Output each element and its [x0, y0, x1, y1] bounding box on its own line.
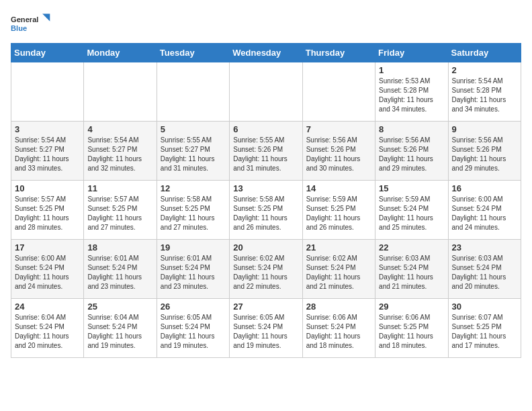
day-info: Sunrise: 6:00 AM Sunset: 5:24 PM Dayligh… — [452, 195, 517, 232]
day-info: Sunrise: 5:56 AM Sunset: 5:26 PM Dayligh… — [379, 136, 444, 173]
day-cell — [230, 62, 302, 122]
header-cell-tuesday: Tuesday — [157, 44, 229, 62]
day-cell: 15Sunrise: 5:59 AM Sunset: 5:24 PM Dayli… — [375, 181, 448, 240]
day-cell: 4Sunrise: 5:54 AM Sunset: 5:27 PM Daylig… — [84, 122, 157, 181]
header-cell-friday: Friday — [375, 44, 448, 62]
day-number: 13 — [233, 183, 298, 193]
day-info: Sunrise: 6:03 AM Sunset: 5:24 PM Dayligh… — [452, 254, 517, 291]
day-number: 11 — [87, 183, 152, 193]
day-number: 25 — [87, 302, 152, 312]
day-cell: 9Sunrise: 5:56 AM Sunset: 5:26 PM Daylig… — [448, 122, 521, 181]
day-cell: 16Sunrise: 6:00 AM Sunset: 5:24 PM Dayli… — [448, 181, 521, 240]
day-number: 6 — [233, 124, 298, 134]
logo: General Blue — [11, 11, 51, 38]
header-cell-wednesday: Wednesday — [230, 44, 302, 62]
day-number: 29 — [379, 302, 444, 312]
header-cell-thursday: Thursday — [302, 44, 375, 62]
day-cell — [84, 62, 157, 122]
day-cell: 11Sunrise: 5:57 AM Sunset: 5:25 PM Dayli… — [84, 181, 157, 240]
day-cell: 14Sunrise: 5:59 AM Sunset: 5:25 PM Dayli… — [302, 181, 375, 240]
day-cell: 13Sunrise: 5:58 AM Sunset: 5:25 PM Dayli… — [230, 181, 302, 240]
day-number: 30 — [452, 302, 517, 312]
day-number: 4 — [87, 124, 152, 134]
day-number: 21 — [306, 242, 371, 253]
day-info: Sunrise: 6:07 AM Sunset: 5:25 PM Dayligh… — [452, 313, 517, 351]
header-cell-saturday: Saturday — [448, 44, 521, 62]
header-cell-monday: Monday — [84, 44, 157, 62]
day-info: Sunrise: 5:55 AM Sunset: 5:26 PM Dayligh… — [233, 136, 298, 173]
header-row: SundayMondayTuesdayWednesdayThursdayFrid… — [11, 44, 521, 62]
day-info: Sunrise: 5:56 AM Sunset: 5:26 PM Dayligh… — [306, 136, 371, 173]
day-cell: 24Sunrise: 6:04 AM Sunset: 5:24 PM Dayli… — [11, 299, 84, 358]
svg-marker-2 — [42, 14, 50, 21]
day-info: Sunrise: 6:02 AM Sunset: 5:24 PM Dayligh… — [233, 254, 298, 291]
day-cell — [157, 62, 229, 122]
day-info: Sunrise: 5:54 AM Sunset: 5:27 PM Dayligh… — [87, 136, 152, 173]
day-number: 17 — [15, 242, 80, 253]
day-cell: 28Sunrise: 6:06 AM Sunset: 5:24 PM Dayli… — [302, 299, 375, 358]
svg-text:General: General — [11, 15, 38, 24]
day-info: Sunrise: 5:54 AM Sunset: 5:27 PM Dayligh… — [15, 136, 80, 173]
day-info: Sunrise: 5:58 AM Sunset: 5:25 PM Dayligh… — [161, 195, 226, 232]
day-info: Sunrise: 5:55 AM Sunset: 5:27 PM Dayligh… — [161, 136, 226, 173]
day-info: Sunrise: 6:01 AM Sunset: 5:24 PM Dayligh… — [87, 254, 152, 291]
week-row-4: 17Sunrise: 6:00 AM Sunset: 5:24 PM Dayli… — [11, 240, 521, 299]
day-info: Sunrise: 6:04 AM Sunset: 5:24 PM Dayligh… — [87, 313, 152, 351]
day-info: Sunrise: 5:54 AM Sunset: 5:28 PM Dayligh… — [452, 77, 517, 114]
day-cell: 7Sunrise: 5:56 AM Sunset: 5:26 PM Daylig… — [302, 122, 375, 181]
day-info: Sunrise: 6:06 AM Sunset: 5:25 PM Dayligh… — [379, 313, 444, 351]
day-cell — [11, 62, 84, 122]
day-cell: 29Sunrise: 6:06 AM Sunset: 5:25 PM Dayli… — [375, 299, 448, 358]
day-info: Sunrise: 6:01 AM Sunset: 5:24 PM Dayligh… — [161, 254, 226, 291]
day-number: 3 — [15, 124, 80, 134]
day-cell: 20Sunrise: 6:02 AM Sunset: 5:24 PM Dayli… — [230, 240, 302, 299]
week-row-3: 10Sunrise: 5:57 AM Sunset: 5:25 PM Dayli… — [11, 181, 521, 240]
day-cell: 2Sunrise: 5:54 AM Sunset: 5:28 PM Daylig… — [448, 62, 521, 122]
day-number: 20 — [233, 242, 298, 253]
day-info: Sunrise: 5:56 AM Sunset: 5:26 PM Dayligh… — [452, 136, 517, 173]
day-cell: 18Sunrise: 6:01 AM Sunset: 5:24 PM Dayli… — [84, 240, 157, 299]
day-cell: 21Sunrise: 6:02 AM Sunset: 5:24 PM Dayli… — [302, 240, 375, 299]
day-number: 19 — [161, 242, 226, 253]
day-number: 27 — [233, 302, 298, 312]
day-cell: 17Sunrise: 6:00 AM Sunset: 5:24 PM Dayli… — [11, 240, 84, 299]
day-info: Sunrise: 6:02 AM Sunset: 5:24 PM Dayligh… — [306, 254, 371, 291]
day-cell: 19Sunrise: 6:01 AM Sunset: 5:24 PM Dayli… — [157, 240, 229, 299]
day-number: 10 — [15, 183, 80, 193]
day-info: Sunrise: 5:58 AM Sunset: 5:25 PM Dayligh… — [233, 195, 298, 232]
day-cell: 30Sunrise: 6:07 AM Sunset: 5:25 PM Dayli… — [448, 299, 521, 358]
day-number: 26 — [161, 302, 226, 312]
day-info: Sunrise: 5:59 AM Sunset: 5:25 PM Dayligh… — [306, 195, 371, 232]
page-header: General Blue — [11, 11, 521, 38]
day-cell: 1Sunrise: 5:53 AM Sunset: 5:28 PM Daylig… — [375, 62, 448, 122]
day-info: Sunrise: 6:06 AM Sunset: 5:24 PM Dayligh… — [306, 313, 371, 351]
day-number: 16 — [452, 183, 517, 193]
day-number: 5 — [161, 124, 226, 134]
day-cell — [302, 62, 375, 122]
svg-text:Blue: Blue — [11, 24, 27, 32]
day-number: 1 — [379, 65, 444, 75]
day-number: 23 — [452, 242, 517, 253]
day-cell: 6Sunrise: 5:55 AM Sunset: 5:26 PM Daylig… — [230, 122, 302, 181]
day-cell: 8Sunrise: 5:56 AM Sunset: 5:26 PM Daylig… — [375, 122, 448, 181]
day-number: 15 — [379, 183, 444, 193]
day-info: Sunrise: 5:57 AM Sunset: 5:25 PM Dayligh… — [15, 195, 80, 232]
day-number: 22 — [379, 242, 444, 253]
day-number: 18 — [87, 242, 152, 253]
day-number: 9 — [452, 124, 517, 134]
day-cell: 10Sunrise: 5:57 AM Sunset: 5:25 PM Dayli… — [11, 181, 84, 240]
day-cell: 25Sunrise: 6:04 AM Sunset: 5:24 PM Dayli… — [84, 299, 157, 358]
header-cell-sunday: Sunday — [11, 44, 84, 62]
day-info: Sunrise: 5:57 AM Sunset: 5:25 PM Dayligh… — [87, 195, 152, 232]
day-info: Sunrise: 6:03 AM Sunset: 5:24 PM Dayligh… — [379, 254, 444, 291]
day-info: Sunrise: 6:00 AM Sunset: 5:24 PM Dayligh… — [15, 254, 80, 291]
day-number: 14 — [306, 183, 371, 193]
day-info: Sunrise: 6:05 AM Sunset: 5:24 PM Dayligh… — [233, 313, 298, 351]
day-info: Sunrise: 5:59 AM Sunset: 5:24 PM Dayligh… — [379, 195, 444, 232]
day-info: Sunrise: 6:05 AM Sunset: 5:24 PM Dayligh… — [161, 313, 226, 351]
week-row-5: 24Sunrise: 6:04 AM Sunset: 5:24 PM Dayli… — [11, 299, 521, 358]
day-number: 8 — [379, 124, 444, 134]
day-cell: 3Sunrise: 5:54 AM Sunset: 5:27 PM Daylig… — [11, 122, 84, 181]
week-row-1: 1Sunrise: 5:53 AM Sunset: 5:28 PM Daylig… — [11, 62, 521, 122]
day-cell: 12Sunrise: 5:58 AM Sunset: 5:25 PM Dayli… — [157, 181, 229, 240]
